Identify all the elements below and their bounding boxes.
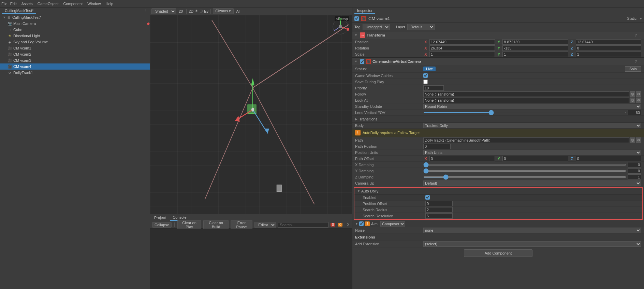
extensions-label: Extensions <box>355 235 423 239</box>
transform-help[interactable]: ? <box>635 33 637 37</box>
position-label: Position <box>355 40 423 44</box>
gizmos-btn[interactable]: Gizmos ▾ <box>213 8 233 14</box>
tab-console[interactable]: Console <box>170 215 189 221</box>
window-menu[interactable]: Window <box>85 2 103 6</box>
position-x[interactable] <box>429 39 495 45</box>
vcam-enabled[interactable] <box>360 59 364 64</box>
x-damping-range[interactable] <box>423 164 626 165</box>
tag-select[interactable]: Untagged <box>363 24 390 30</box>
follow-ref-btn2[interactable]: ⊙ <box>636 91 641 97</box>
hierarchy-item-dolly[interactable]: ⟳ DollyTrack1 <box>0 70 150 76</box>
obj-active-checkbox[interactable] <box>354 16 359 21</box>
path-offset-y[interactable] <box>502 156 568 161</box>
priority-input[interactable] <box>423 85 444 91</box>
gameobject-menu[interactable]: GameObject <box>35 2 61 6</box>
rotation-x[interactable] <box>429 45 495 51</box>
scale-z[interactable] <box>576 52 641 57</box>
camera-up-select[interactable]: Default <box>423 180 641 186</box>
position-y[interactable] <box>502 39 568 45</box>
vcam-menu[interactable]: ⋮ <box>638 59 642 64</box>
x-damping-row: X Damping <box>352 162 644 168</box>
x-damping-input[interactable] <box>628 162 641 168</box>
static-arrow[interactable]: ▾ <box>640 16 642 21</box>
add-component-btn[interactable]: Add Component <box>464 249 533 257</box>
lookat-ref-btn2[interactable]: ⊙ <box>636 98 641 103</box>
search-radius-input[interactable] <box>425 207 453 213</box>
shading-dropdown[interactable]: Shaded <box>151 8 176 14</box>
layer-select[interactable]: Default <box>407 24 435 30</box>
position-z[interactable] <box>576 39 641 45</box>
auto-dolly-header[interactable]: ▼ Auto Dolly <box>354 188 642 194</box>
vcam-header[interactable]: ▼ 🎥 CinemachineVirtualCamera ? ⋮ <box>352 58 644 65</box>
position-units-select[interactable]: Path Units <box>423 150 641 155</box>
top-bar: File Edit Assets GameObject Component Wi… <box>0 0 644 8</box>
tab-project[interactable]: Project <box>151 215 169 220</box>
aim-header[interactable]: ▼ ! Aim Composer <box>352 220 644 227</box>
auto-dolly-enabled-check[interactable] <box>425 195 430 200</box>
lookat-ref-btn[interactable]: ◎ <box>630 98 635 103</box>
lens-vfov-range[interactable] <box>423 112 626 113</box>
transform-section: ▼ ↔ Transform ? ⋮ Position X Y Z <box>352 31 644 58</box>
hierarchy-item-cullingmask[interactable]: ▼ ⊞ CullingMaskTest* <box>0 14 150 20</box>
path-position-input[interactable] <box>423 144 451 149</box>
path-input[interactable] <box>423 138 629 143</box>
transform-header[interactable]: ▼ ↔ Transform ? ⋮ <box>352 31 644 39</box>
editor-dropdown[interactable]: Editor <box>254 222 276 228</box>
add-extension-select[interactable]: (select) <box>423 241 641 247</box>
search-resolution-input[interactable] <box>425 213 453 219</box>
vcam-title: CinemachineVirtualCamera <box>372 59 421 63</box>
clear-on-build-btn[interactable]: Clear on Build <box>203 220 228 230</box>
help-menu[interactable]: Help <box>103 2 115 6</box>
hierarchy-tab[interactable]: CullingMaskTest* <box>2 8 36 14</box>
assets-menu[interactable]: Assets <box>19 2 35 6</box>
lens-vfov-input[interactable] <box>628 110 641 115</box>
hierarchy-item-dirlight[interactable]: ☀ Directional Light <box>0 33 150 39</box>
add-component-row: Add Component <box>352 247 644 259</box>
edit-menu[interactable]: Edit <box>8 2 19 6</box>
console-search[interactable] <box>278 222 328 228</box>
vcam-help[interactable]: ? <box>635 59 637 63</box>
solo-btn[interactable]: Solo <box>625 66 641 72</box>
hierarchy-item-cube[interactable]: □ Cube <box>0 27 150 33</box>
aim-enabled[interactable] <box>359 221 364 226</box>
lookat-input[interactable] <box>423 98 629 103</box>
standby-update-select[interactable]: Round Robin <box>423 104 641 109</box>
path-offset-z[interactable] <box>576 156 641 161</box>
collapse-btn[interactable]: Collapse <box>152 222 172 228</box>
game-window-guides-check[interactable] <box>423 73 428 78</box>
aim-select[interactable]: Composer <box>380 221 405 227</box>
search-resolution-row: Search Resolution <box>354 213 642 219</box>
scale-y[interactable] <box>502 52 568 57</box>
rotation-y[interactable] <box>502 45 568 51</box>
body-select[interactable]: Tracked Dolly <box>423 123 641 128</box>
save-during-play-check[interactable] <box>423 80 428 84</box>
auto-dolly-position-offset-input[interactable] <box>425 201 453 206</box>
path-ref-btn[interactable]: ◎ <box>630 138 635 143</box>
noise-select[interactable]: none <box>423 228 641 233</box>
rotation-z[interactable] <box>576 45 641 51</box>
inspector-tab[interactable]: Inspector <box>354 8 375 14</box>
y-damping-range[interactable] <box>423 170 626 172</box>
y-damping-input[interactable] <box>628 168 641 174</box>
hierarchy-item-vcam4[interactable]: 🎥 CM vcam4 <box>0 63 150 70</box>
follow-ref-btn[interactable]: ◎ <box>630 91 635 97</box>
hierarchy-item-skyfog[interactable]: ◈ Sky and Fog Volume <box>0 39 150 45</box>
follow-input[interactable] <box>423 91 629 97</box>
hierarchy-item-vcam1[interactable]: 🎥 CM vcam1 <box>0 45 150 51</box>
transform-menu[interactable]: ⋮ <box>638 33 642 38</box>
transitions-header[interactable]: ▶ Transitions <box>352 116 644 122</box>
hierarchy-options-btn[interactable]: ⋮ <box>144 9 148 13</box>
scale-x[interactable] <box>429 52 495 57</box>
z-damping-range[interactable] <box>423 176 626 178</box>
hierarchy-item-vcam3[interactable]: 🎥 CM vcam3 <box>0 57 150 63</box>
path-ref-btn2[interactable]: ⊙ <box>636 138 641 143</box>
z-damping-input[interactable] <box>628 174 641 180</box>
error-pause-btn[interactable]: Error Pause <box>231 220 252 230</box>
hierarchy-item-maincamera[interactable]: 📷 Main Camera ◆ <box>0 20 150 27</box>
path-ref: ◎ ⊙ <box>423 138 641 143</box>
component-menu[interactable]: Component <box>61 2 85 6</box>
file-menu[interactable]: File <box>1 2 8 6</box>
clear-on-play-btn[interactable]: Clear on Play <box>177 220 202 230</box>
path-offset-x[interactable] <box>429 156 495 161</box>
hierarchy-item-vcam2[interactable]: 🎥 CM vcam2 <box>0 51 150 57</box>
